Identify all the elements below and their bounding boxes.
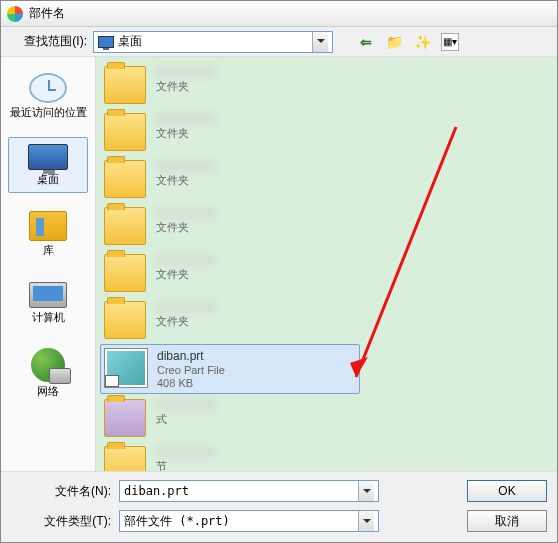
folder-icon [104,207,146,245]
recent-icon [29,73,67,103]
list-item[interactable]: 式 [100,395,360,441]
title-bar: 部件名 [1,1,557,27]
libraries-icon [29,211,67,241]
file-name: diban.prt [157,349,225,363]
folder-icon [104,399,146,437]
filename-input[interactable]: diban.prt [119,480,379,502]
ok-button[interactable]: OK [467,480,547,502]
bottom-panel: 文件名(N): diban.prt OK 文件类型(T): 部件文件 (*.pr… [1,471,557,542]
folder-icon [104,160,146,198]
folder-icon [104,113,146,151]
place-recent[interactable]: 最近访问的位置 [8,67,88,125]
svg-line-0 [356,127,456,377]
places-sidebar: 最近访问的位置 桌面 库 计算机 网络 [1,57,96,471]
chevron-down-icon[interactable] [312,32,328,52]
filetype-select[interactable]: 部件文件 (*.prt) [119,510,379,532]
file-size: 408 KB [157,377,225,389]
network-icon [31,348,65,382]
place-desktop[interactable]: 桌面 [8,137,88,193]
file-type: Creo Part File [157,364,225,376]
desktop-icon [98,36,114,48]
look-in-value: 桌面 [118,33,142,50]
file-list[interactable]: 文件夹 文件夹 文件夹 文件夹 文件夹 文件夹 diban.prt Creo P… [96,57,557,471]
chevron-down-icon[interactable] [358,511,374,531]
look-in-select[interactable]: 桌面 [93,31,333,53]
list-item[interactable]: 文件夹 [100,250,360,296]
app-icon [7,6,23,22]
list-item-selected[interactable]: diban.prt Creo Part File 408 KB [100,344,360,394]
computer-icon [29,282,67,308]
new-folder-icon[interactable]: ✨ [413,33,431,51]
list-item[interactable]: 文件夹 [100,297,360,343]
folder-icon [104,446,146,471]
dialog-title: 部件名 [29,5,65,22]
filename-label: 文件名(N): [11,483,111,500]
list-item[interactable]: 节 [100,442,360,471]
place-network[interactable]: 网络 [8,342,88,404]
back-icon[interactable]: ⇐ [357,33,375,51]
look-in-label: 查找范围(I): [7,33,87,50]
list-item[interactable]: 文件夹 [100,109,360,155]
views-icon[interactable]: ▦▾ [441,33,459,51]
chevron-down-icon[interactable] [358,481,374,501]
cancel-button[interactable]: 取消 [467,510,547,532]
part-file-icon [105,349,147,387]
desktop-icon [28,144,68,170]
list-item[interactable]: 文件夹 [100,203,360,249]
folder-icon [104,254,146,292]
folder-icon [104,66,146,104]
filetype-label: 文件类型(T): [11,513,111,530]
look-in-toolbar: 查找范围(I): 桌面 ⇐ 📁 ✨ ▦▾ [1,27,557,57]
folder-icon [104,301,146,339]
file-open-dialog: 部件名 查找范围(I): 桌面 ⇐ 📁 ✨ ▦▾ 最近访问的位置 桌面 [0,0,558,543]
list-item[interactable]: 文件夹 [100,156,360,202]
place-computer[interactable]: 计算机 [8,276,88,330]
place-libraries[interactable]: 库 [8,205,88,263]
list-item[interactable]: 文件夹 [100,62,360,108]
up-one-level-icon[interactable]: 📁 [385,33,403,51]
